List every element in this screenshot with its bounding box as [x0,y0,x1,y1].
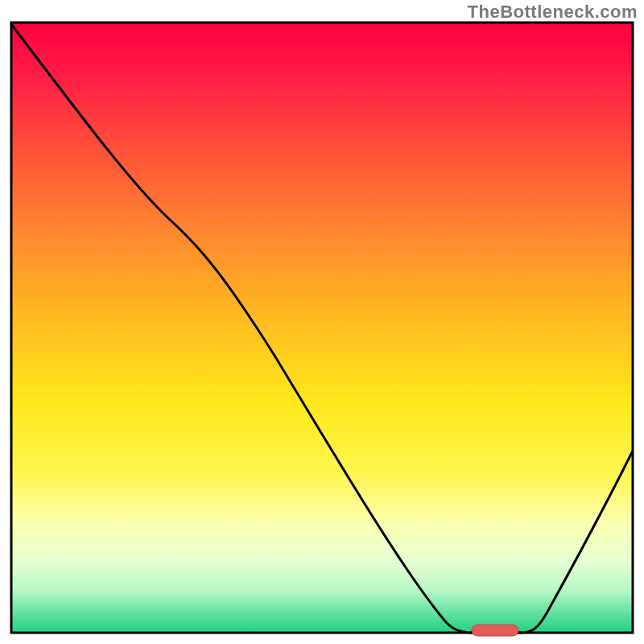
gradient-fill [11,23,633,633]
target-marker [472,625,518,636]
marker-pill [472,625,518,636]
plot-area [11,23,633,633]
watermark-text: TheBottleneck.com [468,2,638,23]
chart-svg [0,0,644,644]
chart-container: TheBottleneck.com [0,0,644,644]
